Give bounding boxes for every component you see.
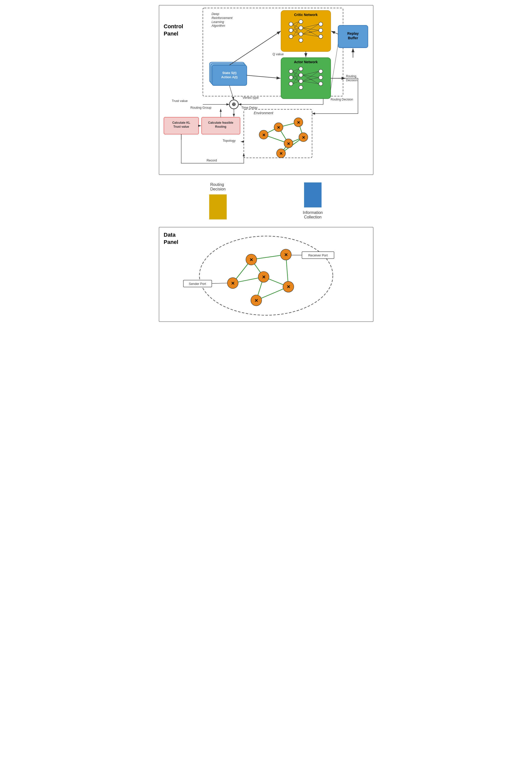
info-collection-group: InformationCollection [303, 182, 323, 220]
svg-line-50 [293, 75, 299, 77]
svg-line-70 [229, 31, 281, 65]
svg-text:✕: ✕ [231, 281, 234, 286]
svg-point-12 [299, 32, 303, 36]
svg-line-106 [278, 127, 288, 143]
routing-decision-arrow [209, 195, 227, 220]
svg-line-58 [303, 77, 319, 81]
svg-line-103 [264, 135, 288, 143]
svg-text:Routing: Routing [346, 74, 356, 78]
svg-text:Routing: Routing [215, 125, 226, 128]
svg-point-40 [299, 79, 303, 83]
svg-line-28 [303, 28, 319, 36]
svg-text:⊕: ⊕ [232, 101, 236, 107]
info-collection-arrow [304, 182, 322, 208]
svg-line-20 [293, 24, 299, 34]
svg-line-19 [293, 24, 299, 28]
svg-point-128 [199, 236, 333, 315]
svg-line-30 [303, 30, 319, 34]
svg-point-13 [299, 38, 303, 42]
svg-point-111 [274, 123, 283, 132]
svg-line-46 [293, 69, 299, 71]
arrows-section: RoutingDecision InformationCollection [159, 175, 373, 227]
svg-text:Replay: Replay [347, 31, 359, 35]
svg-rect-64 [211, 64, 245, 84]
svg-point-137 [227, 278, 238, 289]
svg-line-101 [264, 127, 279, 135]
svg-line-134 [251, 260, 263, 277]
svg-text:Topology: Topology [223, 139, 236, 142]
svg-rect-60 [338, 25, 368, 48]
svg-point-139 [246, 254, 257, 265]
svg-text:Calculate KL: Calculate KL [172, 121, 190, 124]
svg-line-104 [288, 137, 303, 143]
svg-text:Record: Record [206, 158, 217, 162]
svg-line-57 [303, 71, 319, 81]
svg-text:✕: ✕ [262, 275, 265, 280]
svg-text:✕: ✕ [302, 135, 305, 140]
svg-line-53 [293, 81, 299, 84]
svg-line-27 [303, 28, 319, 30]
svg-text:Routing Decision: Routing Decision [331, 98, 353, 101]
svg-line-151 [212, 283, 227, 284]
svg-line-56 [303, 75, 319, 84]
svg-line-85 [229, 85, 234, 100]
svg-text:Routing Group: Routing Group [190, 106, 211, 109]
svg-point-143 [258, 272, 269, 282]
svg-line-55 [303, 75, 319, 77]
svg-point-9 [289, 34, 293, 38]
svg-line-31 [303, 34, 319, 36]
svg-line-75 [331, 31, 338, 34]
svg-line-47 [293, 71, 299, 75]
svg-rect-89 [201, 117, 240, 134]
svg-text:✕: ✕ [284, 253, 288, 258]
svg-point-141 [280, 249, 291, 260]
svg-text:Receiver Port: Receiver Port [308, 254, 328, 257]
svg-line-76 [331, 44, 338, 90]
routing-decision-group: RoutingDecision [209, 182, 227, 220]
svg-text:✕: ✕ [254, 298, 258, 303]
svg-line-54 [303, 71, 319, 75]
svg-rect-149 [183, 280, 212, 287]
svg-line-130 [251, 255, 286, 260]
svg-rect-65 [212, 65, 247, 86]
svg-point-41 [299, 85, 303, 89]
svg-text:...: ... [309, 29, 312, 33]
svg-point-43 [319, 69, 323, 73]
svg-rect-33 [281, 58, 331, 99]
svg-point-35 [289, 69, 293, 73]
svg-text:...: ... [309, 29, 312, 33]
svg-line-22 [293, 28, 299, 30]
svg-text:Sender Port: Sender Port [189, 282, 206, 286]
svg-text:Trust value: Trust value [173, 125, 189, 128]
svg-text:Q value: Q value [272, 52, 283, 56]
svg-point-10 [299, 20, 303, 24]
svg-point-115 [284, 139, 293, 148]
control-panel-title: ControlPanel [164, 23, 183, 37]
svg-point-109 [259, 130, 268, 139]
svg-line-59 [303, 81, 319, 84]
svg-line-21 [293, 22, 299, 30]
svg-text:Deep: Deep [211, 12, 219, 16]
svg-point-38 [299, 67, 303, 71]
svg-rect-86 [164, 117, 198, 134]
svg-line-51 [293, 77, 299, 81]
svg-point-7 [289, 22, 293, 26]
svg-text:Calculate feasible: Calculate feasible [208, 121, 233, 124]
svg-text:Algorithm: Algorithm [211, 24, 225, 27]
svg-line-69 [247, 75, 280, 78]
svg-point-17 [319, 34, 323, 38]
data-panel: ✕ ✕ ✕ ✕ ✕ ✕ Sender Port Receiver Port Da… [159, 227, 373, 322]
svg-line-29 [303, 24, 319, 34]
svg-text:✕: ✕ [262, 133, 265, 137]
svg-point-113 [294, 118, 303, 127]
svg-rect-5 [281, 10, 331, 51]
svg-point-119 [276, 149, 285, 158]
svg-text:Critic Network: Critic Network [294, 13, 318, 17]
svg-rect-63 [209, 62, 244, 83]
svg-line-23 [293, 30, 299, 34]
svg-point-77 [229, 100, 238, 109]
svg-line-129 [233, 260, 251, 283]
svg-point-147 [251, 295, 262, 306]
svg-text:Environment: Environment [254, 111, 273, 115]
data-panel-title: DataPanel [164, 232, 178, 246]
